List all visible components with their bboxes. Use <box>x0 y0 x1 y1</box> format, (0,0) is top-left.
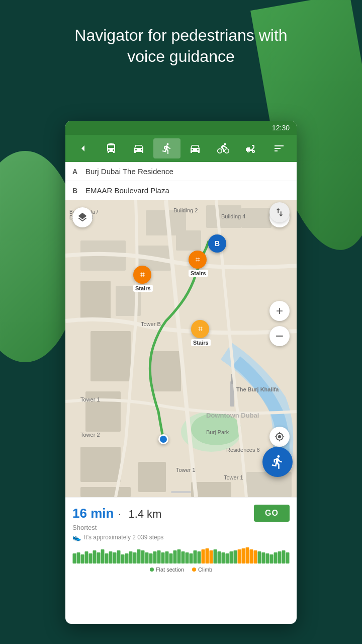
walk-fab-button[interactable] <box>262 447 293 477</box>
svg-rect-46 <box>153 551 157 564</box>
taxi-mode-button[interactable] <box>182 138 209 158</box>
status-time: 12:30 <box>272 124 290 132</box>
svg-rect-61 <box>214 549 217 564</box>
flat-legend-item: Flat section <box>150 567 184 573</box>
bike-mode-button[interactable] <box>210 138 237 158</box>
origin-label: A <box>72 168 80 176</box>
scooter-mode-button[interactable] <box>238 138 265 158</box>
svg-rect-76 <box>274 552 278 564</box>
zoom-out-icon: − <box>276 328 284 344</box>
svg-rect-42 <box>137 549 141 564</box>
svg-rect-32 <box>97 552 101 564</box>
stairs-label-1: Stairs <box>133 285 153 292</box>
svg-rect-79 <box>286 552 290 564</box>
go-button[interactable]: GO <box>254 505 290 522</box>
svg-rect-49 <box>165 551 169 564</box>
back-button[interactable] <box>69 138 97 158</box>
svg-rect-35 <box>109 551 113 564</box>
svg-rect-28 <box>81 554 84 564</box>
svg-rect-31 <box>93 550 97 564</box>
svg-rect-53 <box>182 551 185 564</box>
origin-text: Burj Dubai The Residence <box>85 167 290 176</box>
menu-button[interactable] <box>265 138 293 158</box>
my-location-button[interactable] <box>269 427 290 447</box>
svg-rect-64 <box>226 553 229 564</box>
svg-rect-15 <box>80 487 131 497</box>
flat-legend-dot <box>150 568 154 572</box>
app-header: Navigator for pedestrians with voice gui… <box>0 25 362 67</box>
drag-handle[interactable] <box>171 491 191 493</box>
route-summary-row: 16 min · 1.4 km GO <box>72 505 290 522</box>
svg-rect-52 <box>177 549 181 564</box>
svg-rect-59 <box>206 548 209 564</box>
walk-mode-button[interactable] <box>153 138 180 158</box>
svg-rect-39 <box>125 553 129 564</box>
svg-rect-36 <box>113 552 117 564</box>
header-line1: Navigator for pedestrians with <box>74 26 287 44</box>
zoom-out-button[interactable]: − <box>269 326 290 346</box>
svg-rect-66 <box>234 550 237 564</box>
zoom-in-icon: + <box>276 304 283 318</box>
svg-rect-78 <box>282 550 286 564</box>
svg-rect-13 <box>85 391 121 432</box>
chart-legend: Flat section Climb <box>72 567 290 573</box>
svg-rect-34 <box>105 553 109 564</box>
svg-rect-77 <box>278 551 282 564</box>
destination-text: EMAAR Boulevard Plaza <box>85 186 290 195</box>
svg-rect-54 <box>186 552 189 564</box>
car-mode-button[interactable] <box>126 138 153 158</box>
route-type: Shortest <box>72 524 290 531</box>
svg-rect-65 <box>230 551 233 564</box>
elevation-bars <box>72 545 290 564</box>
climb-legend-dot <box>192 568 196 572</box>
elevation-chart: Flat section Climb <box>72 545 290 568</box>
swap-route-button[interactable] <box>269 202 290 222</box>
climb-legend-label: Climb <box>198 567 212 573</box>
stairs-marker-3[interactable]: ⌗ <box>191 320 209 338</box>
stairs-label-3: Stairs <box>191 339 211 346</box>
svg-rect-7 <box>241 208 272 228</box>
svg-rect-14 <box>80 447 121 482</box>
svg-rect-69 <box>246 547 249 564</box>
svg-rect-10 <box>80 281 111 321</box>
steps-info: 👟 It's approximately 2 039 steps <box>72 533 290 541</box>
svg-rect-62 <box>218 551 221 564</box>
stairs-marker-2[interactable]: ⌗ <box>189 251 207 269</box>
map-svg <box>65 200 297 497</box>
status-bar: 12:30 <box>65 121 297 135</box>
stairs-marker-1[interactable]: ⌗ <box>133 266 151 284</box>
steps-icon: 👟 <box>72 533 81 541</box>
destination-row[interactable]: B EMAAR Boulevard Plaza <box>65 181 297 200</box>
svg-rect-33 <box>101 549 105 564</box>
svg-rect-58 <box>202 549 205 564</box>
climb-legend-item: Climb <box>192 567 212 573</box>
svg-rect-60 <box>210 550 213 564</box>
svg-rect-20 <box>138 462 166 492</box>
route-inputs: A Burj Dubai The Residence B EMAAR Boule… <box>65 162 297 200</box>
svg-rect-68 <box>242 548 245 564</box>
route-time: 16 min <box>72 506 114 521</box>
svg-rect-45 <box>149 553 153 564</box>
svg-point-4 <box>191 413 241 445</box>
map-layers-button[interactable] <box>72 207 93 227</box>
svg-rect-47 <box>157 550 161 564</box>
svg-rect-26 <box>73 553 76 564</box>
svg-rect-48 <box>161 552 165 564</box>
destination-marker[interactable]: B <box>208 234 226 253</box>
svg-rect-56 <box>194 550 197 564</box>
zoom-in-button[interactable]: + <box>269 301 290 321</box>
time-distance-group: 16 min · 1.4 km <box>72 506 161 521</box>
svg-rect-38 <box>121 554 125 564</box>
route-distance: 1.4 km <box>128 508 161 520</box>
transport-toolbar <box>65 135 297 162</box>
svg-rect-43 <box>141 550 145 564</box>
steps-text: It's approximately 2 039 steps <box>84 534 163 541</box>
svg-point-1 <box>253 151 254 152</box>
origin-row[interactable]: A Burj Dubai The Residence <box>65 162 297 181</box>
dest-label: B <box>215 239 220 248</box>
svg-rect-51 <box>173 550 177 564</box>
bus-mode-button[interactable] <box>98 138 125 158</box>
svg-rect-16 <box>176 230 201 251</box>
svg-rect-30 <box>89 553 93 564</box>
map-area[interactable]: Burj Khalifa /Dubai Mall Building 2 Buil… <box>65 200 297 497</box>
